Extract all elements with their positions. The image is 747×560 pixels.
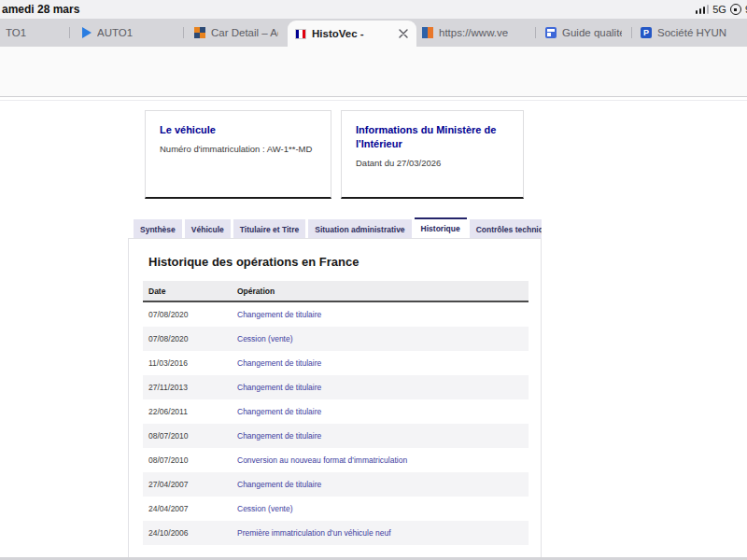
browser-tab-1[interactable]: TO1 bbox=[0, 19, 62, 47]
browser-tab-5-title: https://www.ve bbox=[439, 27, 508, 38]
table-row: 08/07/2010 Changement de titulaire bbox=[143, 424, 529, 448]
table-row: 27/11/2013 Changement de titulaire bbox=[143, 375, 529, 399]
window-favicon bbox=[545, 27, 557, 38]
row-date: 07/08/2020 bbox=[148, 310, 237, 319]
row-date: 22/06/2011 bbox=[148, 407, 237, 416]
row-date: 11/03/2016 bbox=[148, 358, 237, 368]
browser-tab-2[interactable]: AUTO1 bbox=[77, 19, 179, 47]
tab-historique[interactable]: Historique bbox=[415, 217, 467, 240]
status-indicators: 5G 9 bbox=[696, 2, 747, 17]
browser-tab-1-title: TO1 bbox=[6, 27, 26, 38]
row-operation[interactable]: Cession (vente) bbox=[237, 504, 523, 513]
tab-vehicule[interactable]: Véhicule bbox=[185, 219, 231, 240]
vehicle-registration: Numéro d'immatriculation : AW-1**-MD bbox=[160, 144, 317, 154]
ministry-card: Informations du Ministère de l'Intérieur… bbox=[341, 110, 524, 199]
browser-tab-7-title: Société HYUN bbox=[657, 27, 726, 38]
row-date: 27/04/2007 bbox=[148, 480, 237, 489]
french-flag-favicon bbox=[295, 29, 306, 39]
tab-separator bbox=[183, 27, 184, 38]
header-operation: Opération bbox=[237, 287, 523, 296]
orientation-lock-icon bbox=[730, 4, 741, 15]
row-operation[interactable]: Cession (vente) bbox=[237, 334, 523, 343]
status-date: amedi 28 mars bbox=[2, 3, 79, 16]
section-title: Historique des opérations en France bbox=[148, 255, 541, 269]
status-bar: amedi 28 mars 5G 9 bbox=[0, 0, 747, 19]
row-date: 27/11/2013 bbox=[148, 383, 237, 392]
row-operation[interactable]: Changement de titulaire bbox=[237, 407, 523, 416]
network-type-label: 5G bbox=[712, 4, 726, 15]
row-date: 07/08/2020 bbox=[148, 334, 237, 343]
browser-tab-6[interactable]: Guide qualité - bbox=[540, 19, 627, 47]
table-header-row: Date Opération bbox=[143, 281, 529, 302]
browser-tab-7[interactable]: P Société HYUN bbox=[635, 19, 747, 47]
row-operation[interactable]: Changement de titulaire bbox=[237, 383, 523, 392]
row-operation[interactable]: Première immatriculation d'un véhicule n… bbox=[237, 528, 523, 538]
car-detail-favicon bbox=[194, 27, 205, 38]
vehicle-card-title: Le véhicule bbox=[160, 123, 317, 137]
ministry-card-title: Informations du Ministère de l'Intérieur bbox=[356, 123, 509, 151]
browser-tab-5[interactable]: https://www.ve bbox=[416, 19, 532, 47]
p-letter-favicon: P bbox=[641, 27, 652, 38]
tab-situation-administrative[interactable]: Situation administrative bbox=[308, 219, 411, 240]
browser-tab-bar: TO1 AUTO1 Car Detail – Ad HistoVec - htt… bbox=[0, 19, 747, 47]
tab-separator bbox=[631, 27, 632, 38]
row-operation[interactable]: Changement de titulaire bbox=[237, 358, 523, 368]
historique-panel: Historique des opérations en France Date… bbox=[128, 238, 542, 560]
close-tab-icon[interactable] bbox=[398, 28, 409, 39]
operations-table: Date Opération 07/08/2020 Changement de … bbox=[143, 281, 529, 545]
row-date: 08/07/2010 bbox=[148, 455, 237, 465]
header-date: Date bbox=[148, 287, 237, 296]
browser-tab-6-title: Guide qualité - bbox=[562, 27, 622, 38]
row-date: 24/04/2007 bbox=[148, 504, 237, 513]
tab-titulaire-et-titre[interactable]: Titulaire et Titre bbox=[233, 219, 305, 240]
screen: amedi 28 mars 5G 9 TO1 AUTO1 Car Detail … bbox=[0, 0, 747, 560]
cellular-signal-icon bbox=[696, 5, 710, 14]
tab-separator bbox=[69, 27, 70, 38]
ministry-card-date: Datant du 27/03/2026 bbox=[356, 158, 509, 168]
table-row: 24/04/2007 Cession (vente) bbox=[143, 497, 529, 521]
browser-tab-2-title: AUTO1 bbox=[97, 27, 133, 38]
browser-tab-3[interactable]: Car Detail – Ad bbox=[189, 19, 284, 47]
split-color-favicon bbox=[422, 27, 433, 38]
vehicle-card: Le véhicule Numéro d'immatriculation : A… bbox=[145, 110, 331, 199]
row-operation[interactable]: Changement de titulaire bbox=[237, 480, 523, 489]
table-row: 24/10/2006 Première immatriculation d'un… bbox=[143, 521, 529, 545]
row-operation[interactable]: Changement de titulaire bbox=[237, 431, 523, 441]
browser-toolbar: histovec.interieur.gouv.fr 7 bbox=[0, 47, 747, 97]
row-date: 08/07/2010 bbox=[148, 431, 237, 441]
table-row: 07/08/2020 Cession (vente) bbox=[143, 327, 529, 351]
auto1-favicon bbox=[82, 27, 92, 38]
table-row: 27/04/2007 Changement de titulaire bbox=[143, 472, 529, 497]
browser-tab-histovec-active[interactable]: HistoVec - bbox=[288, 21, 416, 47]
table-row: 07/08/2020 Changement de titulaire bbox=[143, 302, 529, 327]
table-row: 08/07/2010 Conversion au nouveau format … bbox=[143, 448, 529, 472]
table-row: 22/06/2011 Changement de titulaire bbox=[143, 399, 529, 424]
tab-synthese[interactable]: Synthèse bbox=[134, 219, 182, 240]
row-date: 24/10/2006 bbox=[148, 528, 237, 538]
browser-tab-3-title: Car Detail – Ad bbox=[211, 27, 278, 38]
row-operation[interactable]: Changement de titulaire bbox=[237, 310, 523, 319]
report-tab-list: Synthèse Véhicule Titulaire et Titre Sit… bbox=[134, 217, 542, 240]
row-operation[interactable]: Conversion au nouveau format d'immatricu… bbox=[237, 455, 523, 465]
tab-controles-techniques[interactable]: Contrôles techniques bbox=[470, 219, 542, 240]
browser-tab-4-title: HistoVec - bbox=[312, 28, 392, 39]
tab-separator bbox=[535, 27, 536, 38]
table-row: 11/03/2016 Changement de titulaire bbox=[143, 351, 529, 375]
histovec-page: Le véhicule Numéro d'immatriculation : A… bbox=[0, 101, 747, 560]
